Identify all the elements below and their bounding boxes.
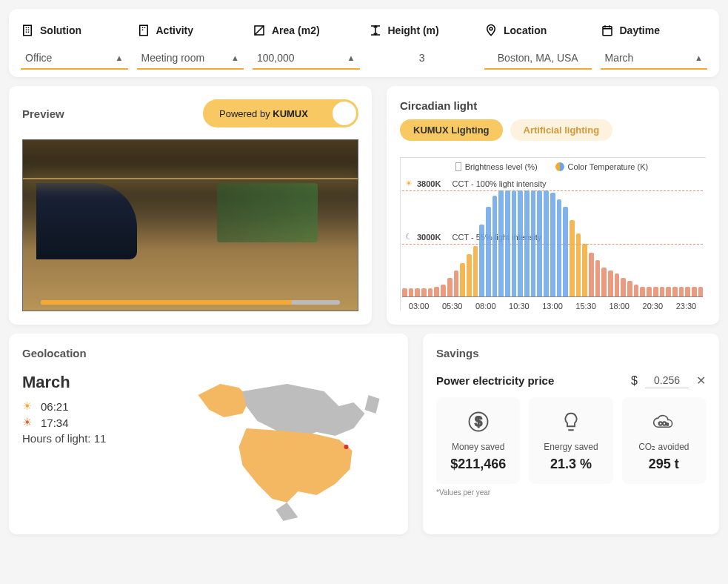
height-icon	[369, 24, 382, 37]
field-label: Location	[484, 24, 592, 37]
field-label: Solution	[21, 24, 128, 37]
select-value: Boston, MA, USA	[498, 52, 578, 64]
select-value: March	[605, 52, 634, 64]
config-header: Solution Office ▲ Activity Meeting room …	[9, 9, 719, 77]
sunset-icon: ☀	[22, 416, 32, 429]
toggle-label: Powered by KUMUX	[219, 108, 308, 119]
sunrise-value: 06:21	[41, 400, 69, 413]
preview-title: Preview	[22, 107, 64, 120]
tab-artificial-lighting[interactable]: Artificial lighting	[510, 119, 613, 141]
label-text: Activity	[156, 24, 194, 36]
chevron-up-icon: ▲	[116, 53, 124, 62]
svg-rect-7	[139, 25, 147, 36]
chart-bars	[402, 179, 703, 297]
chevron-up-icon: ▲	[231, 53, 239, 62]
label-text: Solution	[40, 24, 81, 36]
label-text: Height (m)	[388, 24, 439, 36]
sunrise-row: ☀06:21	[22, 399, 156, 413]
input-height[interactable]: 3	[369, 47, 476, 70]
field-area: Area (m2) 100,000 ▲	[253, 24, 360, 70]
svg-rect-17	[603, 27, 612, 36]
sunset-value: 17:34	[41, 417, 69, 429]
field-activity: Activity Meeting room ▲	[137, 24, 244, 70]
bar-icon	[455, 162, 461, 171]
card-value: $211,466	[442, 457, 514, 472]
savings-card: Savings Power electricity price $ 0.256 …	[423, 334, 719, 534]
field-label: Activity	[137, 24, 244, 37]
halfcircle-icon	[555, 162, 564, 171]
card-value: 21.3 %	[535, 457, 607, 472]
price-input[interactable]: 0.256	[645, 373, 689, 388]
savings-footnote: *Values per year	[436, 488, 706, 497]
svg-text:CO₂: CO₂	[658, 420, 669, 427]
price-label: Power electricity price	[436, 374, 554, 387]
map	[164, 373, 395, 521]
field-label: Area (m2)	[253, 24, 360, 37]
field-label: Daytime	[601, 24, 708, 37]
legend-color-temp: Color Temperature (K)	[555, 162, 649, 171]
select-value: 100,000	[257, 52, 295, 64]
select-solution[interactable]: Office ▲	[21, 47, 128, 70]
toggle-knob	[333, 102, 356, 125]
preview-render	[22, 139, 358, 311]
card-label: CO₂ avoided	[628, 442, 700, 452]
location-marker	[344, 445, 349, 449]
area-icon	[253, 24, 266, 37]
circadian-title: Circadian light	[400, 99, 706, 112]
select-value: Office	[25, 52, 52, 64]
legend-brightness: Brightness level (%)	[455, 162, 538, 171]
money-saved-card: $ Money saved $211,466	[436, 397, 520, 484]
select-daytime[interactable]: March ▲	[601, 47, 708, 70]
field-daytime: Daytime March ▲	[601, 24, 708, 70]
svg-line-12	[255, 26, 264, 35]
circadian-card: Circadian light KUMUX Lighting Artificia…	[387, 86, 719, 325]
select-value: Meeting room	[141, 52, 205, 64]
tab-kumux-lighting[interactable]: KUMUX Lighting	[400, 119, 503, 141]
clear-icon[interactable]: ✕	[696, 374, 706, 388]
cloud-co2-icon: CO₂	[628, 409, 700, 434]
sunset-row: ☀17:34	[22, 416, 156, 429]
sunrise-icon: ☀	[22, 399, 32, 413]
label-text: Daytime	[620, 24, 660, 36]
hours-of-light: Hours of light: 11	[22, 432, 156, 445]
dollar-icon: $	[442, 409, 514, 434]
circadian-chart: Brightness level (%) Color Temperature (…	[400, 157, 706, 311]
building-icon	[21, 24, 34, 37]
svg-point-16	[490, 27, 492, 30]
currency-symbol: $	[631, 374, 638, 388]
select-location[interactable]: Boston, MA, USA	[484, 47, 592, 70]
slider-fill	[41, 300, 292, 305]
chevron-up-icon: ▲	[695, 53, 703, 62]
calendar-icon	[601, 24, 614, 37]
bulb-icon	[535, 409, 607, 434]
field-solution: Solution Office ▲	[21, 24, 128, 70]
chart-legend: Brightness level (%) Color Temperature (…	[401, 162, 703, 171]
savings-title: Savings	[436, 347, 706, 359]
svg-text:$: $	[475, 414, 482, 429]
geolocation-card: Geolocation March ☀06:21 ☀17:34 Hours of…	[9, 334, 408, 534]
x-axis-ticks: 03:0005:3008:0010:3013:0015:3018:0020:30…	[401, 302, 703, 311]
co2-avoided-card: CO₂ CO₂ avoided 295 t	[622, 397, 706, 484]
select-area[interactable]: 100,000 ▲	[253, 47, 360, 70]
field-location: Location Boston, MA, USA	[484, 24, 592, 70]
location-icon	[484, 24, 498, 37]
field-height: Height (m) 3	[369, 24, 476, 70]
time-slider[interactable]	[41, 300, 340, 305]
select-value: 3	[419, 52, 425, 64]
label-text: Area (m2)	[272, 24, 320, 36]
card-label: Energy saved	[535, 442, 607, 452]
energy-saved-card: Energy saved 21.3 %	[529, 397, 612, 484]
building-icon	[137, 24, 150, 37]
geolocation-month: March	[22, 373, 156, 392]
north-america-map	[164, 373, 395, 521]
select-activity[interactable]: Meeting room ▲	[137, 47, 244, 70]
geolocation-title: Geolocation	[22, 347, 395, 359]
svg-rect-0	[24, 25, 32, 36]
scene-image	[23, 140, 358, 311]
chevron-up-icon: ▲	[347, 53, 355, 62]
powered-by-toggle[interactable]: Powered by KUMUX	[203, 99, 358, 127]
card-value: 295 t	[628, 457, 700, 472]
label-text: Location	[504, 24, 547, 36]
card-label: Money saved	[442, 442, 514, 452]
preview-card: Preview Powered by KUMUX	[9, 86, 372, 325]
